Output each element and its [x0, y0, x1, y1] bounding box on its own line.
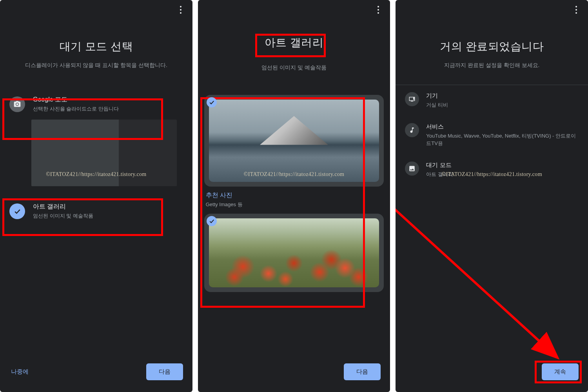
page-title: 거의 완료되었습니다 [403, 39, 580, 54]
header: 대기 모드 선택 디스플레이가 사용되지 않을 때 표시할 항목을 선택합니다. [0, 20, 192, 81]
next-button[interactable]: 다음 [344, 363, 381, 380]
summary-desc: 아트 갤러리 [426, 171, 453, 178]
music-note-icon [405, 123, 419, 137]
summary-title: 대기 모드 [426, 162, 453, 169]
more-vert-icon[interactable] [572, 3, 580, 17]
bottom-bar: 다음 [198, 354, 390, 392]
more-vert-icon[interactable] [374, 3, 382, 17]
highlight-box-title [255, 34, 326, 57]
summary-text: 서비스 YouTube Music, Wavve, YouTube, Netfl… [426, 123, 579, 147]
more-vert-icon[interactable] [177, 3, 185, 17]
summary-item-services[interactable]: 서비스 YouTube Music, Wavve, YouTube, Netfl… [405, 116, 579, 154]
highlight-box [2, 98, 163, 140]
summary-item-device[interactable]: 기기 거실 티비 [405, 85, 579, 116]
summary-title: 서비스 [426, 123, 579, 131]
panel-almost-done: 거의 완료되었습니다 지금까지 완료된 설정을 확인해 보세요. 기기 거실 티… [396, 0, 588, 392]
page-subtitle: 디스플레이가 사용되지 않을 때 표시할 항목을 선택합니다. [8, 62, 185, 69]
summary-title: 기기 [426, 92, 448, 100]
page-subtitle: 지금까지 완료된 설정을 확인해 보세요. [403, 62, 580, 69]
page-title: 대기 모드 선택 [8, 39, 185, 54]
highlight-box-continue [535, 361, 582, 383]
summary-list: 기기 거실 티비 서비스 YouTube Music, Wavve, YouTu… [396, 85, 588, 185]
summary-desc: 거실 티비 [426, 101, 448, 109]
next-button[interactable]: 다음 [146, 363, 183, 380]
svg-line-1 [396, 192, 554, 355]
later-link[interactable]: 나중에 [9, 365, 30, 379]
panel-art-gallery: 아트 갤러리 엄선된 이미지 및 예술작품 추천 사진 Getty Images… [198, 0, 390, 392]
check-icon [207, 97, 217, 107]
summary-text: 대기 모드 아트 갤러리 [426, 162, 453, 178]
header: 거의 완료되었습니다 지금까지 완료된 설정을 확인해 보세요. [396, 20, 588, 81]
summary-text: 기기 거실 티비 [426, 92, 448, 109]
page-subtitle: 엄선된 이미지 및 예술작품 [206, 64, 383, 71]
arrow-annotation [396, 188, 576, 376]
bottom-bar: 나중에 다음 [0, 354, 192, 392]
devices-icon [405, 92, 419, 106]
summary-item-ambient[interactable]: 대기 모드 아트 갤러리 [405, 154, 579, 185]
highlight-box-gallery [200, 97, 365, 308]
topbar [198, 0, 390, 20]
topbar [0, 0, 192, 20]
summary-desc: YouTube Music, Wavve, YouTube, Netflix, … [426, 132, 579, 147]
topbar [396, 0, 588, 20]
panel-ambient-mode: 대기 모드 선택 디스플레이가 사용되지 않을 때 표시할 항목을 선택합니다.… [0, 0, 192, 392]
check-icon [207, 216, 217, 226]
image-icon [405, 162, 419, 176]
highlight-box [2, 198, 163, 236]
